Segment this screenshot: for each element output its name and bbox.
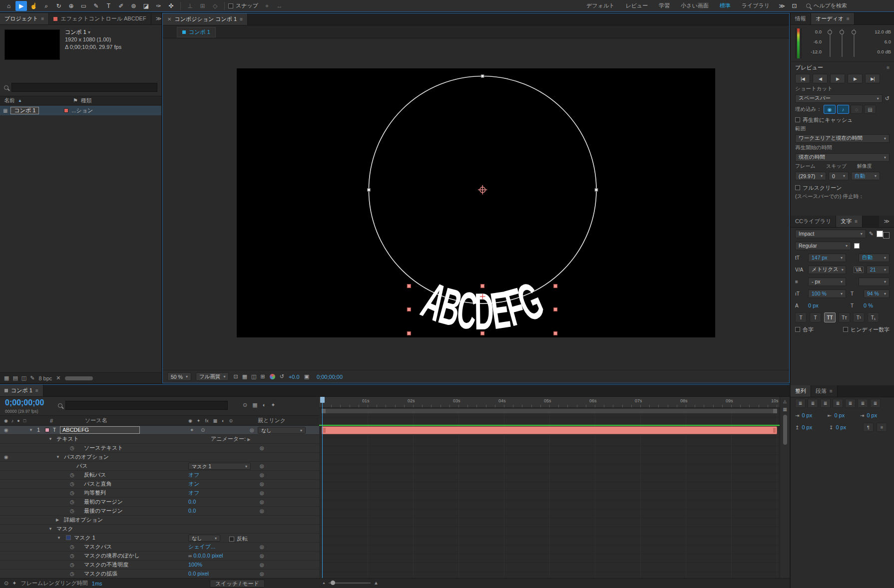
auto-leading-dropdown[interactable]: 自動▾ — [859, 254, 890, 262]
label-color-chip[interactable] — [64, 108, 68, 113]
shy-switch-icon[interactable]: ◉ — [188, 418, 192, 423]
align-top-button[interactable]: ≣ — [833, 399, 843, 408]
pickwhip-icon[interactable]: ◎ — [260, 471, 264, 479]
property-row[interactable]: ◉▼パスのオプション — [0, 453, 319, 462]
reset-exposure-icon[interactable]: ↺ — [280, 373, 284, 380]
viewer-comp-tab[interactable]: コンポ 1 — [177, 27, 216, 37]
video-column-icon[interactable]: ◉ — [4, 418, 8, 423]
panel-menu-icon[interactable]: ≡ — [887, 65, 890, 70]
small-caps-button[interactable]: Tᴛ — [839, 312, 850, 322]
indent-right-field[interactable]: ⇤0 px — [828, 412, 857, 418]
audio-slider[interactable] — [854, 29, 855, 57]
project-item-name[interactable]: コンポ 1 — [10, 107, 39, 114]
justify-button[interactable]: ≣ — [870, 399, 881, 408]
property-row[interactable]: ◷最初のマージン0.0◎ — [0, 498, 319, 507]
property-row[interactable]: パスマスク 1▾◎ — [0, 462, 319, 471]
timeline-zoom-slider[interactable] — [329, 583, 371, 584]
comp-button-icon[interactable]: ▦ — [783, 407, 787, 412]
property-row[interactable]: ◷マスクの拡張0.0 pixel◎ — [0, 570, 319, 579]
stopwatch-icon[interactable]: ◷ — [70, 498, 74, 506]
zoom-tool[interactable]: ⌕ — [40, 1, 52, 11]
range-dropdown[interactable]: ワークエリアと現在の時間▾ — [795, 134, 890, 143]
frame-blend-icon[interactable]: ◐ — [263, 402, 266, 408]
include-audio-icon[interactable]: ♪ — [837, 105, 849, 114]
twirl-icon[interactable]: ▼ — [57, 534, 61, 542]
property-value[interactable]: オフ — [188, 489, 200, 497]
property-value[interactable]: オン — [188, 480, 200, 488]
twirl-icon[interactable]: ▼ — [48, 525, 52, 533]
pickwhip-icon[interactable]: ◎ — [260, 489, 264, 497]
property-row[interactable]: ◷最後のマージン0.0◎ — [0, 507, 319, 516]
composition-mini-flowchart-icon[interactable]: ⊙ — [243, 402, 247, 408]
panel-overflow-icon[interactable]: ≫ — [879, 216, 894, 227]
property-row[interactable]: ◷パスと直角オン◎ — [0, 480, 319, 489]
mask-invert-checkbox[interactable]: 反転 — [229, 535, 248, 543]
adjust-icon[interactable]: ✎ — [30, 375, 34, 381]
stroke-color-swatch[interactable] — [883, 232, 890, 239]
bit-depth-label[interactable]: 8 bpc — [38, 375, 52, 381]
layer-label-chip[interactable] — [45, 428, 49, 432]
property-row[interactable]: ◷反転パスオフ◎ — [0, 471, 319, 480]
tab-composition[interactable]: ✕ コンポジション コンポ 1 ≡ — [163, 13, 248, 25]
delete-icon[interactable]: ✕ — [56, 375, 60, 381]
stopwatch-icon[interactable]: ◷ — [70, 570, 74, 578]
workspace-review[interactable]: レビュー — [620, 2, 653, 9]
property-row[interactable]: ◷マスクの境界のぼかし∞ 0.0,0.0 pixel◎ — [0, 552, 319, 561]
panel-menu-icon[interactable]: ≡ — [830, 388, 833, 394]
column-type[interactable]: 種類 — [81, 97, 92, 104]
panel-menu-icon[interactable]: ≡ — [855, 219, 858, 224]
property-row[interactable]: ◷マスクパスシェイプ...◎ — [0, 543, 319, 552]
pen-tool[interactable]: ✎ — [90, 1, 102, 11]
pickwhip-icon[interactable]: ◎ — [260, 444, 264, 452]
next-frame-button[interactable]: ▶ — [848, 74, 863, 83]
column-source-name[interactable]: ソース名 — [85, 417, 107, 424]
column-parent-link[interactable]: 親とリンク — [258, 417, 286, 424]
puppet-pin-tool[interactable]: ✜ — [165, 1, 177, 11]
channel-icon[interactable] — [270, 374, 275, 379]
hanging-punctuation-icon[interactable]: ¶ — [863, 423, 874, 432]
property-row[interactable]: ◷マスクの不透明度100%◎ — [0, 561, 319, 570]
layer-name-input[interactable] — [60, 426, 140, 434]
layer-switch-icon[interactable]: ✦ — [190, 426, 194, 434]
pan-behind-tool[interactable]: ⊕ — [65, 1, 77, 11]
blur-switch-icon[interactable]: ⊙ — [229, 418, 233, 423]
twirl-icon[interactable]: ▼ — [48, 435, 52, 443]
panel-menu-icon[interactable]: ≡ — [41, 16, 44, 21]
baseline-shift-value[interactable]: 0 px — [808, 302, 846, 308]
help-search[interactable]: ヘルプを検索 — [806, 2, 891, 9]
tab-info[interactable]: 情報 — [791, 13, 811, 24]
indent-left-field[interactable]: ⇥0 px — [795, 412, 825, 418]
tab-character[interactable]: 文字≡ — [836, 216, 863, 227]
audio-column-icon[interactable]: ♪ — [11, 418, 14, 423]
stopwatch-icon[interactable]: ◷ — [70, 561, 74, 569]
pickwhip-icon[interactable]: ◎ — [260, 570, 264, 578]
mask-shape-tool[interactable]: ▭ — [78, 1, 89, 11]
animator-control[interactable]: アニメーター: ▶ — [211, 435, 250, 444]
snap-checkbox[interactable]: スナップ — [228, 2, 258, 9]
property-value[interactable]: シェイプ... — [188, 543, 215, 551]
composer-options-icon[interactable]: ≡ — [877, 423, 887, 432]
property-dropdown[interactable]: マスク 1▾ — [188, 463, 251, 470]
interpret-footage-icon[interactable]: ▦ — [4, 375, 9, 381]
panel-overflow-icon[interactable]: ≫ — [151, 13, 161, 24]
transparency-grid-icon[interactable]: ▦ — [242, 373, 247, 380]
hand-tool[interactable]: ☝ — [28, 1, 39, 11]
viewer-timecode[interactable]: 0;00;00;00 — [317, 374, 343, 380]
timeline-graph[interactable]: 01s02s03s04s05s06s07s08s09s10s — [319, 397, 780, 579]
property-row[interactable]: ◷ソーステキスト◎ — [0, 444, 319, 453]
horizontal-scale-dropdown[interactable]: 94 %▾ — [864, 290, 890, 298]
tab-cc-libraries[interactable]: CCライブラリ — [791, 216, 836, 227]
property-dropdown[interactable]: なし▾ — [188, 535, 220, 542]
frame-rate-dropdown[interactable]: (29.97)▾ — [795, 172, 826, 180]
font-size-dropdown[interactable]: 147 px▾ — [808, 254, 846, 262]
align-center-v-button[interactable]: ≣ — [845, 399, 856, 408]
pickwhip-icon[interactable]: ◎ — [260, 462, 264, 470]
workspace-overflow-icon[interactable]: ≫ — [776, 1, 788, 11]
property-row[interactable]: ▼マスク 1なし▾反転 — [0, 534, 319, 543]
panel-grid-icon[interactable]: ⊡ — [789, 1, 800, 11]
orbit-camera-tool[interactable]: ↻ — [53, 1, 64, 11]
twirl-icon[interactable]: ▶ — [56, 516, 59, 524]
faux-bold-button[interactable]: T — [795, 312, 807, 322]
align-bottom-button[interactable]: ≣ — [858, 399, 868, 408]
ligature-checkbox[interactable]: 合字 — [795, 326, 814, 333]
